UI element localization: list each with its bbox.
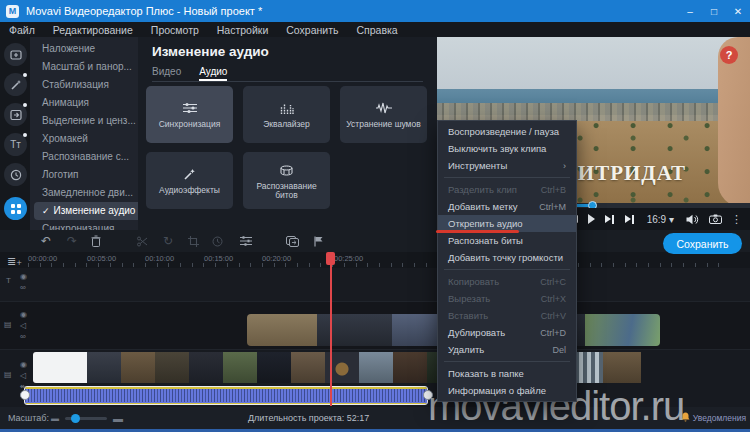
next-frame-button[interactable] [605, 215, 615, 224]
tool-item-animation[interactable]: Анимация [34, 94, 138, 112]
crop-icon[interactable] [185, 233, 201, 249]
tool-item-chromakey[interactable]: Хромакей [34, 130, 138, 148]
save-button[interactable]: Сохранить [663, 233, 742, 254]
ruler-label: 00:05:00 [87, 254, 116, 263]
playhead-line [330, 252, 332, 406]
menu-item-play-pause[interactable]: Воспроизведение / пауза [438, 123, 576, 140]
zoom-in-icon[interactable]: ▬ [113, 413, 123, 424]
eye-icon[interactable]: ◉ [20, 310, 27, 319]
title-track[interactable] [0, 268, 750, 302]
menu-item-tools[interactable]: Инструменты› [438, 157, 576, 174]
tool-item-highlight-censor[interactable]: Выделение и ценз... [34, 112, 138, 130]
clip-properties-icon[interactable] [238, 233, 254, 249]
speed-icon[interactable] [209, 233, 225, 249]
eye-icon[interactable]: ◉ [20, 272, 27, 281]
menu-separator [444, 361, 570, 362]
zoom-slider-handle[interactable] [71, 414, 80, 423]
menu-item-copy[interactable]: КопироватьCtrl+C [438, 273, 576, 290]
tool-item-sync[interactable]: Синхронизация [34, 220, 138, 230]
card-equalizer[interactable]: Эквалайзер [243, 86, 330, 143]
menu-file[interactable]: Файл [0, 24, 44, 36]
split-scissors-icon[interactable] [134, 233, 150, 249]
more-tools-icon[interactable] [4, 197, 27, 220]
media-import-icon[interactable] [4, 43, 27, 66]
overlay-track-icon: ▤ [4, 320, 12, 329]
tool-item-slow-motion[interactable]: Замедленное дви... [34, 184, 138, 202]
menu-item-duplicate[interactable]: ДублироватьCtrl+D [438, 324, 576, 341]
speaker-icon[interactable]: ◁ [20, 321, 26, 330]
equalizer-icon [280, 99, 294, 117]
tab-video[interactable]: Видео [152, 66, 181, 81]
filters-wand-icon[interactable] [4, 73, 27, 96]
undo-icon[interactable]: ↶ [38, 233, 54, 249]
menu-save[interactable]: Сохранить [277, 24, 347, 36]
audio-edit-panel: Изменение аудио Видео Аудио Синхронизаци… [138, 37, 437, 230]
menu-item-split-clip[interactable]: Разделить клипCtrl+B [438, 181, 576, 198]
maximize-button[interactable]: □ [702, 0, 726, 22]
minimize-button[interactable]: – [678, 0, 702, 22]
menu-edit[interactable]: Редактирование [44, 24, 142, 36]
link-icon[interactable]: ∞ [20, 332, 26, 341]
badge-dot [23, 73, 27, 77]
eye-icon[interactable]: ◉ [20, 360, 27, 369]
timeline-zoom-slider[interactable] [65, 417, 107, 420]
chevron-down-icon: ▾ [669, 214, 674, 225]
menu-item-delete[interactable]: УдалитьDel [438, 341, 576, 358]
tool-item-pan-zoom[interactable]: Масштаб и панор... [34, 58, 138, 76]
tool-item-stabilization[interactable]: Стабилизация [34, 76, 138, 94]
menu-item-file-info[interactable]: Информация о файле [438, 382, 576, 399]
speaker-icon[interactable]: ◁ [20, 371, 26, 380]
audio-effects-icon [183, 165, 196, 183]
card-beat-detection[interactable]: Распознавание битов [243, 152, 330, 209]
aspect-ratio-dropdown[interactable]: 16:9 ▾ [647, 214, 674, 225]
tool-item-logo[interactable]: Логотип [34, 166, 138, 184]
transitions-icon[interactable] [4, 103, 27, 126]
transition-wizard-icon[interactable] [284, 233, 300, 249]
menu-item-detect-beats[interactable]: Распознать биты [438, 232, 576, 249]
more-options-icon[interactable]: ⋮ [731, 213, 742, 226]
menu-view[interactable]: Просмотр [142, 24, 208, 36]
timeline-ruler[interactable]: 00:00:00 00:05:00 00:10:00 00:15:00 00:2… [0, 252, 750, 269]
beat-detection-icon [279, 161, 294, 179]
tool-item-label: Изменение аудио [54, 205, 136, 216]
menu-item-mute-clip[interactable]: Выключить звук клипа [438, 140, 576, 157]
menu-item-add-marker[interactable]: Добавить меткуCtrl+M [438, 198, 576, 215]
link-icon[interactable]: ∞ [20, 283, 26, 292]
rotate-icon[interactable]: ↻ [160, 233, 176, 249]
redo-icon[interactable]: ↷ [64, 233, 80, 249]
menu-item-cut[interactable]: ВырезатьCtrl+X [438, 290, 576, 307]
audio-clip-selected[interactable] [24, 386, 428, 405]
marker-flag-icon[interactable] [310, 233, 326, 249]
add-track-button[interactable]: ≣₊ [7, 255, 22, 268]
panel-title: Изменение аудио [152, 44, 269, 59]
volume-icon[interactable] [686, 214, 699, 225]
snapshot-camera-icon[interactable] [709, 214, 722, 224]
menu-item-add-volume-point[interactable]: Добавить точку громкости [438, 249, 576, 266]
next-clip-button[interactable] [625, 215, 635, 224]
tab-audio[interactable]: Аудио [199, 66, 227, 81]
card-synchronization[interactable]: Синхронизация [146, 86, 233, 143]
card-noise-removal[interactable]: Устранение шумов [340, 86, 427, 143]
delete-icon[interactable] [88, 233, 104, 249]
aspect-label: 16:9 [647, 214, 666, 225]
menu-help[interactable]: Справка [347, 24, 406, 36]
volume-line-bottom[interactable] [25, 403, 427, 405]
volume-line-top[interactable] [25, 387, 427, 389]
zoom-out-icon[interactable]: ▬ [51, 414, 59, 423]
card-label: Синхронизация [155, 120, 225, 130]
menu-settings[interactable]: Настройки [208, 24, 278, 36]
tool-item-recognition[interactable]: Распознавание с... [34, 148, 138, 166]
menu-item-show-in-folder[interactable]: Показать в папке [438, 365, 576, 382]
clip-trim-handle-left[interactable] [20, 390, 30, 400]
menu-item-paste[interactable]: ВставитьCtrl+V [438, 307, 576, 324]
card-audio-effects[interactable]: Аудиоэффекты [146, 152, 233, 209]
notifications-button[interactable]: Уведомления [681, 412, 746, 424]
speed-clock-icon[interactable] [4, 163, 27, 186]
tool-item-overlay[interactable]: Наложение [34, 40, 138, 58]
titles-glyph: Tт [10, 139, 21, 150]
titles-icon[interactable]: Tт [4, 133, 27, 156]
help-button[interactable]: ? [720, 46, 738, 64]
close-button[interactable]: ✕ [726, 0, 750, 22]
tool-item-audio-edit[interactable]: ✓Изменение аудио [34, 202, 138, 220]
play-button[interactable] [588, 214, 595, 224]
